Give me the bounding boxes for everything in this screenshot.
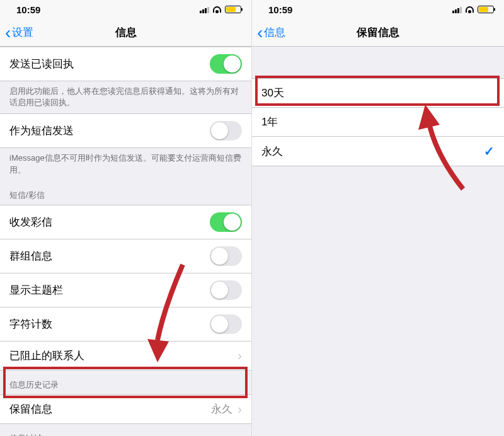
footer-read-receipt: 启用此功能后，他人将在您读完信息后获得通知。这将为所有对话启用已读回执。: [0, 81, 251, 113]
status-time: 10:59: [262, 4, 452, 15]
row-value: 永久: [211, 402, 232, 416]
option-forever[interactable]: 永久 ✓: [252, 137, 504, 166]
chevron-left-icon: ‹: [5, 24, 11, 42]
option-label: 永久: [261, 144, 283, 159]
chevron-right-icon: ›: [238, 403, 242, 415]
battery-icon: [225, 6, 241, 13]
switch-mms[interactable]: [210, 212, 242, 232]
row-group-messaging[interactable]: 群组信息: [0, 239, 251, 273]
footer-send-as-sms: iMessage信息不可用时作为短信发送。可能要支付运营商短信费用。: [0, 148, 251, 180]
page-title: 保留信息: [252, 25, 504, 40]
row-label: 群组信息: [9, 249, 52, 263]
option-1-year[interactable]: 1年: [252, 108, 504, 137]
switch-subject[interactable]: [210, 280, 242, 300]
row-send-as-sms[interactable]: 作为短信发送: [0, 113, 251, 148]
row-label: 发送已读回执: [9, 57, 74, 71]
row-label: 字符计数: [9, 317, 52, 331]
chevron-left-icon: ‹: [257, 24, 263, 42]
row-label: 作为短信发送: [9, 123, 74, 138]
status-bar: 10:59: [0, 0, 251, 19]
row-show-subject[interactable]: 显示主题栏: [0, 273, 251, 307]
status-icons: [200, 6, 241, 13]
chevron-right-icon: ›: [238, 349, 242, 362]
wifi-icon: [212, 6, 222, 13]
row-label: 已阻止的联系人: [9, 348, 84, 363]
nav-bar: ‹ 设置 信息: [0, 19, 251, 47]
phone-right: 10:59 ‹ 信息 保留信息 30天 1年 永久 ✓: [252, 0, 504, 436]
row-label: 收发彩信: [9, 215, 52, 229]
nav-bar: ‹ 信息 保留信息: [252, 19, 504, 47]
phone-left: 10:59 ‹ 设置 信息 发送已读回执 启用此功能后，他人将在您读完信息后获得…: [0, 0, 252, 436]
signal-icon: [452, 6, 462, 13]
back-button[interactable]: ‹ 信息: [257, 24, 285, 42]
page-title: 信息: [0, 25, 251, 40]
switch-char-count[interactable]: [210, 314, 242, 334]
option-30-days[interactable]: 30天: [252, 78, 504, 108]
wifi-icon: [465, 6, 474, 13]
row-read-receipt[interactable]: 发送已读回执: [0, 47, 251, 81]
back-label: 信息: [264, 25, 285, 40]
row-label: 保留信息: [9, 402, 52, 416]
switch-group[interactable]: [210, 246, 242, 266]
option-label: 30天: [261, 86, 284, 100]
row-blocked-contacts[interactable]: 已阻止的联系人 ›: [0, 341, 251, 370]
row-keep-messages[interactable]: 保留信息 永久 ›: [0, 394, 251, 424]
header-filter: 信息过滤: [0, 424, 251, 436]
row-mms[interactable]: 收发彩信: [0, 205, 251, 239]
status-time: 10:59: [10, 4, 200, 15]
row-char-count[interactable]: 字符计数: [0, 307, 251, 341]
signal-icon: [200, 6, 209, 13]
switch-send-as-sms[interactable]: [210, 121, 242, 141]
back-button[interactable]: ‹ 设置: [5, 24, 33, 42]
battery-icon: [478, 6, 494, 13]
switch-read-receipt[interactable]: [210, 54, 242, 74]
header-history: 信息历史记录: [0, 370, 251, 394]
option-label: 1年: [261, 115, 278, 129]
checkmark-icon: ✓: [484, 144, 495, 159]
status-bar: 10:59: [252, 0, 504, 19]
status-icons: [452, 6, 494, 13]
header-sms-mms: 短信/彩信: [0, 181, 251, 205]
back-label: 设置: [12, 25, 33, 40]
row-label: 显示主题栏: [9, 283, 63, 297]
